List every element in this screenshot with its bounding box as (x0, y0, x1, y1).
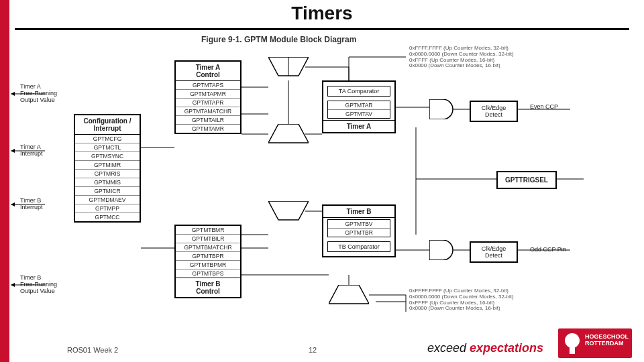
block-config-regs: GPTMCFG GPTMCTL GPTMSYNC GPTMIMR GPTMRIS… (75, 134, 140, 221)
timer-a-title: Timer A (323, 120, 394, 132)
reg-item: GPTMTBV (328, 220, 390, 229)
tagline-a: exceed (427, 341, 470, 355)
footer-course: ROS01 Week 2 (67, 346, 118, 354)
reg-item: GPTMICR (75, 187, 140, 196)
label-even-ccp: Even CCP (530, 104, 558, 111)
reg-item: GPTMTBMR (176, 226, 240, 235)
reg-item: GPTMTAPS (176, 81, 240, 90)
title-rule (15, 28, 629, 30)
reg-item: GPTMTAV (328, 110, 390, 118)
block-timer-a-control: Timer AControl GPTMTAPS GPTMTAPMR GPTMTA… (174, 60, 241, 134)
block-timer-b-control: GPTMTBMR GPTMTBILR GPTMTBMATCHR GPTMTBPR… (174, 225, 241, 298)
block-clk-edge-a: Clk/EdgeDetect (470, 101, 518, 122)
reg-item: GPTMCTL (75, 143, 140, 152)
reg-item: GPTMTBMATCHR (176, 243, 240, 252)
label-odd-ccp: Odd CCP Pin (530, 247, 566, 253)
reg-item: GPTMCC (75, 213, 140, 221)
and-gate-b (429, 240, 456, 260)
reg-item: GPTMTAMR (176, 125, 240, 133)
mode-line: 0x0000 (Down Counter Modes, 16-bit) (409, 306, 577, 312)
block-config-title: Configuration /Interrupt (75, 115, 140, 134)
svg-marker-7 (329, 285, 369, 304)
reg-item: GPTMTAR (328, 101, 390, 110)
left-arrows (8, 47, 48, 315)
footer-page-number: 12 (309, 346, 317, 354)
mux-mid-b (268, 201, 309, 221)
label-modes-bottom: 0xFFFF.FFFF (Up Counter Modes, 32-bit) 0… (409, 288, 577, 312)
svg-marker-6 (268, 201, 309, 220)
tagline-b: expectations (470, 341, 543, 355)
block-timer-a: TA Comparator GPTMTAR GPTMTAV Timer A (322, 80, 396, 133)
logo-text: HOGESCHOOLROTTERDAM (585, 334, 629, 347)
page-title: Timers (0, 3, 644, 24)
reg-item: GPTMTBILR (176, 235, 240, 243)
reg-item: GPTMTBPR (176, 252, 240, 261)
reg-item: GPTMMIS (75, 178, 140, 187)
block-diagram: Timer AFree-RunningOutput Value Timer AI… (40, 47, 604, 328)
reg-item: GPTMCFG (75, 135, 140, 143)
label-modes-top: 0xFFFF.FFFF (Up Counter Modes, 32-bit) 0… (409, 46, 577, 69)
ta-comparator: TA Comparator (327, 86, 390, 97)
timer-a-control-title: Timer AControl (176, 62, 240, 80)
timer-a-control-regs: GPTMTAPS GPTMTAPMR GPTMTAPR GPTMTAMATCHR… (176, 80, 240, 133)
mux-top-a (268, 57, 309, 77)
timer-a-regs: GPTMTAR GPTMTAV (327, 101, 390, 119)
block-config-interrupt: Configuration /Interrupt GPTMCFG GPTMCTL… (74, 114, 141, 223)
timer-b-control-regs: GPTMTBMR GPTMTBILR GPTMTBMATCHR GPTMTBPR… (176, 226, 240, 278)
reg-item: GPTMDMAEV (75, 196, 140, 204)
reg-item: GPTMTBR (328, 229, 390, 237)
and-gate-a (429, 99, 456, 119)
reg-item: GPTMTAPR (176, 99, 240, 107)
reg-item: GPTMPP (75, 204, 140, 213)
logo-hogeschool-rotterdam: HOGESCHOOLROTTERDAM (558, 328, 632, 358)
timer-b-title: Timer B (323, 206, 394, 218)
figure-caption: Figure 9-1. GPTM Module Block Diagram (201, 35, 356, 44)
svg-rect-9 (570, 346, 575, 354)
timer-b-regs: GPTMTBV GPTMTBR (327, 219, 390, 237)
mux-bottom-b (329, 285, 369, 305)
svg-marker-5 (268, 124, 309, 143)
mux-mid-a (268, 124, 309, 144)
reg-item: GPTMTAILR (176, 116, 240, 125)
footer-tagline: exceed expectations (427, 341, 543, 355)
timer-b-control-title: Timer BControl (176, 278, 240, 297)
reg-item: GPTMTAMATCHR (176, 107, 240, 116)
reg-item: GPTMSYNC (75, 152, 140, 161)
block-gpttrigsel: GPTTRIGSEL (496, 171, 557, 189)
logo-icon (562, 331, 582, 355)
svg-point-8 (565, 333, 580, 348)
tb-comparator: TB Comparator (327, 241, 390, 252)
reg-item: GPTMRIS (75, 170, 140, 178)
mode-line: 0x0000 (Down Counter Modes, 16-bit) (409, 63, 577, 69)
block-timer-b: Timer B GPTMTBV GPTMTBR TB Comparator (322, 204, 396, 257)
reg-item: GPTMTBPS (176, 269, 240, 278)
reg-item: GPTMIMR (75, 161, 140, 170)
reg-item: GPTMTAPMR (176, 90, 240, 99)
reg-item: GPTMTBPMR (176, 261, 240, 269)
svg-marker-4 (268, 57, 309, 76)
block-clk-edge-b: Clk/EdgeDetect (470, 241, 518, 263)
